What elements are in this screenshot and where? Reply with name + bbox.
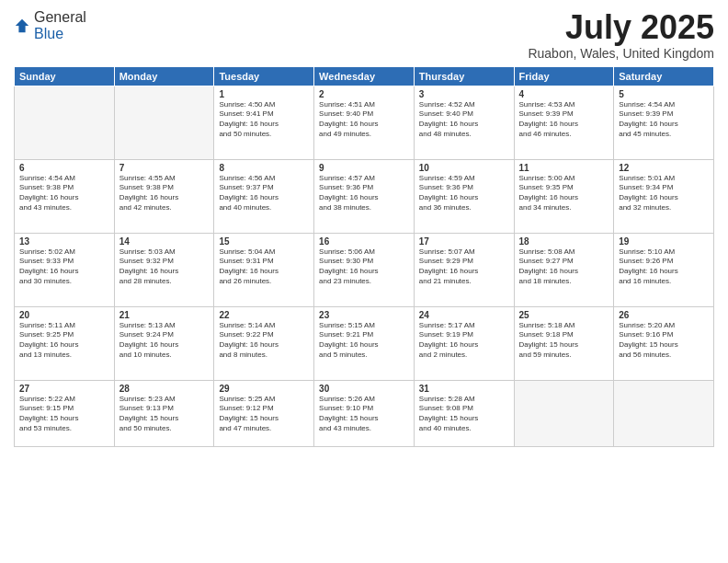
calendar-day-cell — [514, 380, 614, 446]
calendar-day-cell: 31Sunrise: 5:28 AM Sunset: 9:08 PM Dayli… — [414, 380, 514, 446]
day-info: Sunrise: 4:56 AM Sunset: 9:37 PM Dayligh… — [219, 174, 309, 213]
day-number: 30 — [319, 384, 409, 394]
day-number: 31 — [419, 384, 509, 394]
calendar-day-cell: 3Sunrise: 4:52 AM Sunset: 9:40 PM Daylig… — [414, 86, 514, 159]
page: General Blue July 2025 Ruabon, Wales, Un… — [0, 0, 728, 563]
day-number: 11 — [519, 163, 609, 173]
day-number: 26 — [619, 310, 709, 320]
day-number: 16 — [319, 236, 409, 247]
calendar-day-cell: 13Sunrise: 5:02 AM Sunset: 9:33 PM Dayli… — [15, 233, 115, 306]
calendar-day-cell: 12Sunrise: 5:01 AM Sunset: 9:34 PM Dayli… — [614, 159, 714, 233]
day-info: Sunrise: 5:10 AM Sunset: 9:26 PM Dayligh… — [619, 247, 709, 287]
day-info: Sunrise: 5:08 AM Sunset: 9:27 PM Dayligh… — [519, 247, 609, 287]
calendar-day-cell: 25Sunrise: 5:18 AM Sunset: 9:18 PM Dayli… — [514, 306, 614, 380]
calendar-day-cell: 8Sunrise: 4:56 AM Sunset: 9:37 PM Daylig… — [214, 159, 314, 233]
day-info: Sunrise: 5:04 AM Sunset: 9:31 PM Dayligh… — [219, 247, 309, 287]
day-number: 12 — [619, 163, 709, 173]
day-info: Sunrise: 5:13 AM Sunset: 9:24 PM Dayligh… — [119, 321, 210, 361]
calendar-day-cell: 4Sunrise: 4:53 AM Sunset: 9:39 PM Daylig… — [514, 86, 614, 159]
day-number: 27 — [19, 384, 109, 394]
day-number: 1 — [219, 89, 309, 99]
calendar-day-cell: 28Sunrise: 5:23 AM Sunset: 9:13 PM Dayli… — [114, 380, 214, 446]
calendar-day-cell: 10Sunrise: 4:59 AM Sunset: 9:36 PM Dayli… — [414, 159, 514, 233]
calendar-day-cell: 18Sunrise: 5:08 AM Sunset: 9:27 PM Dayli… — [514, 233, 614, 306]
day-number: 28 — [119, 384, 210, 394]
day-number: 6 — [19, 163, 109, 173]
day-of-week-thursday: Thursday — [414, 66, 514, 86]
calendar-week-row: 13Sunrise: 5:02 AM Sunset: 9:33 PM Dayli… — [15, 233, 714, 306]
day-info: Sunrise: 4:57 AM Sunset: 9:36 PM Dayligh… — [319, 174, 409, 213]
calendar-day-cell: 7Sunrise: 4:55 AM Sunset: 9:38 PM Daylig… — [114, 159, 214, 233]
day-of-week-tuesday: Tuesday — [214, 66, 314, 86]
day-info: Sunrise: 5:15 AM Sunset: 9:21 PM Dayligh… — [319, 321, 409, 361]
calendar-body: 1Sunrise: 4:50 AM Sunset: 9:41 PM Daylig… — [15, 86, 714, 446]
logo: General Blue — [14, 9, 86, 42]
calendar-table: SundayMondayTuesdayWednesdayThursdayFrid… — [14, 66, 714, 447]
calendar-day-cell: 11Sunrise: 5:00 AM Sunset: 9:35 PM Dayli… — [514, 159, 614, 233]
main-title: July 2025 — [528, 9, 714, 46]
day-number: 21 — [119, 310, 210, 320]
day-info: Sunrise: 4:52 AM Sunset: 9:40 PM Dayligh… — [419, 100, 509, 140]
day-number: 20 — [19, 310, 109, 320]
calendar-day-cell: 30Sunrise: 5:26 AM Sunset: 9:10 PM Dayli… — [314, 380, 415, 446]
day-number: 19 — [619, 236, 709, 247]
day-number: 14 — [119, 236, 210, 247]
calendar-day-cell: 1Sunrise: 4:50 AM Sunset: 9:41 PM Daylig… — [214, 86, 314, 159]
calendar-day-cell: 22Sunrise: 5:14 AM Sunset: 9:22 PM Dayli… — [214, 306, 314, 380]
calendar-day-cell: 21Sunrise: 5:13 AM Sunset: 9:24 PM Dayli… — [114, 306, 214, 380]
day-info: Sunrise: 5:25 AM Sunset: 9:12 PM Dayligh… — [219, 395, 309, 434]
day-info: Sunrise: 5:23 AM Sunset: 9:13 PM Dayligh… — [119, 395, 210, 434]
day-info: Sunrise: 5:11 AM Sunset: 9:25 PM Dayligh… — [19, 321, 109, 361]
calendar-week-row: 6Sunrise: 4:54 AM Sunset: 9:38 PM Daylig… — [15, 159, 714, 233]
day-info: Sunrise: 5:17 AM Sunset: 9:19 PM Dayligh… — [419, 321, 509, 361]
day-number: 15 — [219, 236, 309, 247]
calendar-day-cell: 20Sunrise: 5:11 AM Sunset: 9:25 PM Dayli… — [15, 306, 115, 380]
calendar-day-cell: 5Sunrise: 4:54 AM Sunset: 9:39 PM Daylig… — [614, 86, 714, 159]
calendar-day-cell: 27Sunrise: 5:22 AM Sunset: 9:15 PM Dayli… — [15, 380, 115, 446]
day-info: Sunrise: 5:00 AM Sunset: 9:35 PM Dayligh… — [519, 174, 609, 213]
day-number: 3 — [419, 89, 509, 99]
day-info: Sunrise: 5:26 AM Sunset: 9:10 PM Dayligh… — [319, 395, 409, 434]
logo-icon — [14, 17, 30, 34]
day-number: 29 — [219, 384, 309, 394]
calendar-day-cell: 2Sunrise: 4:51 AM Sunset: 9:40 PM Daylig… — [314, 86, 415, 159]
day-number: 25 — [519, 310, 609, 320]
day-info: Sunrise: 5:01 AM Sunset: 9:34 PM Dayligh… — [619, 174, 709, 213]
day-info: Sunrise: 4:54 AM Sunset: 9:39 PM Dayligh… — [619, 100, 709, 140]
calendar-day-cell: 19Sunrise: 5:10 AM Sunset: 9:26 PM Dayli… — [614, 233, 714, 306]
day-info: Sunrise: 4:53 AM Sunset: 9:39 PM Dayligh… — [519, 100, 609, 140]
day-number: 17 — [419, 236, 509, 247]
day-number: 7 — [119, 163, 210, 173]
day-info: Sunrise: 5:18 AM Sunset: 9:18 PM Dayligh… — [519, 321, 609, 361]
calendar-day-cell — [114, 86, 214, 159]
calendar-day-cell: 29Sunrise: 5:25 AM Sunset: 9:12 PM Dayli… — [214, 380, 314, 446]
day-number: 24 — [419, 310, 509, 320]
day-number: 2 — [319, 89, 409, 99]
calendar-day-cell: 6Sunrise: 4:54 AM Sunset: 9:38 PM Daylig… — [15, 159, 115, 233]
calendar-day-cell — [15, 86, 115, 159]
subtitle: Ruabon, Wales, United Kingdom — [528, 46, 714, 61]
calendar-header-row: SundayMondayTuesdayWednesdayThursdayFrid… — [15, 66, 714, 86]
day-info: Sunrise: 5:28 AM Sunset: 9:08 PM Dayligh… — [419, 395, 509, 434]
day-number: 9 — [319, 163, 409, 173]
day-of-week-sunday: Sunday — [15, 66, 115, 86]
day-info: Sunrise: 4:54 AM Sunset: 9:38 PM Dayligh… — [19, 174, 109, 213]
svg-marker-0 — [16, 19, 28, 32]
day-number: 5 — [619, 89, 709, 99]
day-info: Sunrise: 4:59 AM Sunset: 9:36 PM Dayligh… — [419, 174, 509, 213]
day-info: Sunrise: 4:51 AM Sunset: 9:40 PM Dayligh… — [319, 100, 409, 140]
day-number: 10 — [419, 163, 509, 173]
title-block: July 2025 Ruabon, Wales, United Kingdom — [528, 9, 714, 61]
calendar-day-cell — [614, 380, 714, 446]
day-info: Sunrise: 5:02 AM Sunset: 9:33 PM Dayligh… — [19, 247, 109, 287]
calendar-day-cell: 9Sunrise: 4:57 AM Sunset: 9:36 PM Daylig… — [314, 159, 415, 233]
day-number: 8 — [219, 163, 309, 173]
day-of-week-saturday: Saturday — [614, 66, 714, 86]
day-info: Sunrise: 5:14 AM Sunset: 9:22 PM Dayligh… — [219, 321, 309, 361]
day-number: 13 — [19, 236, 109, 247]
day-number: 22 — [219, 310, 309, 320]
day-of-week-wednesday: Wednesday — [314, 66, 415, 86]
day-info: Sunrise: 5:07 AM Sunset: 9:29 PM Dayligh… — [419, 247, 509, 287]
calendar-day-cell: 26Sunrise: 5:20 AM Sunset: 9:16 PM Dayli… — [614, 306, 714, 380]
day-of-week-monday: Monday — [114, 66, 214, 86]
